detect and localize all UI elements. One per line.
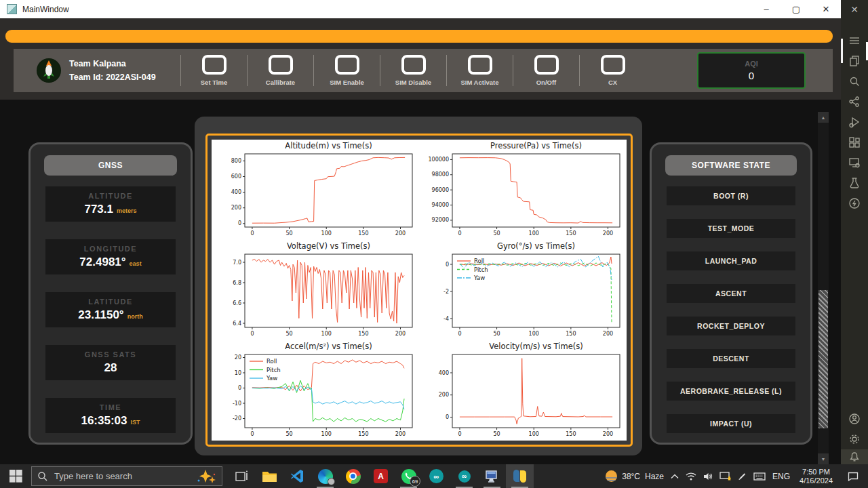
svg-text:100000: 100000	[428, 157, 449, 163]
right-sidebar: ✕	[841, 0, 868, 464]
settings-gear-icon[interactable]	[841, 429, 868, 449]
state-impact: IMPACT (U)	[667, 414, 795, 433]
checkbox-icon	[601, 55, 625, 75]
svg-text:98000: 98000	[432, 171, 449, 178]
svg-text:150: 150	[566, 331, 576, 337]
sim-enable-button[interactable]: SIM Enable	[314, 55, 380, 86]
svg-text:100: 100	[321, 230, 332, 237]
search-input[interactable]	[53, 470, 191, 482]
state-test-mode: TEST_MODE	[667, 219, 795, 238]
altitude-value: 773.1	[84, 203, 113, 216]
tray-date: 4/16/2024	[800, 476, 833, 485]
extensions-icon[interactable]	[841, 132, 868, 152]
menu-icon[interactable]	[841, 30, 868, 51]
voltage-chart: Voltage(V) vs Time(s)0501001502006.46.66…	[212, 240, 419, 340]
wifi-icon[interactable]	[686, 472, 696, 481]
svg-text:Altitude(m) vs Time(s): Altitude(m) vs Time(s)	[285, 141, 372, 150]
aqi-display: AQI 0	[697, 52, 806, 89]
run-debug-icon[interactable]	[841, 112, 868, 132]
pressure-chart: Pressure(Pa) vs Time(s)05010015020092000…	[419, 140, 627, 240]
display-warning-icon[interactable]	[719, 472, 731, 481]
edge-icon[interactable]	[311, 464, 339, 488]
latitude-value: 23.1150°	[78, 308, 123, 322]
svg-text:50: 50	[285, 431, 292, 437]
software-state-title: SOFTWARE STATE	[665, 155, 797, 176]
calibrate-button[interactable]: Callibrate	[248, 55, 313, 86]
file-explorer-icon[interactable]	[256, 464, 283, 488]
team-id: Team Id: 2022ASI-049	[69, 73, 156, 82]
copilot-sparkle-icon	[196, 469, 216, 484]
time-unit: IST	[131, 419, 140, 426]
svg-text:50: 50	[285, 230, 292, 237]
svg-text:92000: 92000	[432, 217, 449, 223]
device-monitor-icon[interactable]	[841, 152, 868, 173]
gnss-panel: GNSS ALTITUDE 773.1meters LONGITUDE 72.4…	[28, 142, 193, 445]
svg-text:7.0: 7.0	[233, 260, 241, 266]
window-title: MainWindow	[22, 5, 69, 14]
taskbar-search-box[interactable]	[31, 466, 222, 486]
longitude-value: 72.4981°	[79, 256, 125, 269]
notifications-bell-icon[interactable]	[841, 449, 868, 464]
svg-text:150: 150	[566, 431, 576, 437]
svg-text:0: 0	[250, 431, 254, 437]
share-graph-icon[interactable]	[841, 92, 868, 112]
sim-disable-button[interactable]: SIM Disable	[380, 55, 446, 86]
checkbox-icon	[269, 55, 293, 75]
pen-icon[interactable]	[738, 472, 747, 481]
start-button[interactable]	[0, 464, 31, 488]
action-center-icon[interactable]	[842, 472, 864, 481]
arduino-icon-2[interactable]: ∞	[450, 464, 478, 488]
scroll-down-button[interactable]: ▼	[818, 453, 829, 464]
python-app-icon[interactable]	[506, 464, 534, 488]
scrollbar-thumb[interactable]	[818, 290, 828, 428]
vertical-scrollbar[interactable]: ▲ ▼	[818, 112, 829, 464]
clock[interactable]: 7:50 PM 4/16/2024	[797, 468, 835, 485]
system-window-icon[interactable]	[478, 464, 506, 488]
search-icon[interactable]	[841, 71, 868, 92]
svg-text:200: 200	[231, 205, 241, 211]
svg-text:10: 10	[235, 370, 241, 376]
acrobat-icon[interactable]: A	[367, 464, 395, 488]
windows-taskbar: A 69 ∞ ∞ 38°C Haze E	[0, 464, 868, 488]
tray-chevron-up-icon[interactable]	[671, 474, 679, 479]
minimize-button[interactable]: –	[751, 0, 781, 18]
chrome-icon[interactable]	[339, 464, 367, 488]
vscode-icon[interactable]	[283, 464, 311, 488]
state-launch-pad: LAUNCH_PAD	[667, 251, 795, 270]
cx-button[interactable]: CX	[580, 55, 646, 86]
sidebar-close-icon[interactable]: ✕	[841, 0, 868, 18]
maximize-button[interactable]: ▢	[781, 0, 811, 18]
state-rocket-deploy: ROCKET_DEPLOY	[667, 317, 795, 336]
software-state-panel: SOFTWARE STATE BOOT (R) TEST_MODE LAUNCH…	[650, 142, 812, 445]
sim-activate-button[interactable]: SIM Activate	[447, 55, 513, 86]
checkbox-icon	[202, 55, 226, 75]
arduino-icon[interactable]: ∞	[422, 464, 450, 488]
system-tray: 38°C Haze ENG 7:50 PM 4/16/2024	[606, 464, 868, 488]
longitude-unit: east	[130, 260, 142, 267]
chart-frame: Altitude(m) vs Time(s)050100150200020040…	[205, 134, 633, 447]
checkbox-icon	[468, 55, 492, 75]
window-titlebar: MainWindow – ▢ ✕	[0, 0, 841, 18]
svg-text:Roll: Roll	[267, 358, 277, 365]
power-flash-icon[interactable]	[841, 193, 868, 214]
checkbox-icon	[534, 55, 559, 75]
account-icon[interactable]	[841, 409, 868, 429]
svg-text:150: 150	[358, 230, 368, 237]
task-view-button[interactable]	[228, 464, 256, 488]
flask-icon[interactable]	[841, 173, 868, 193]
weather-widget[interactable]: 38°C Haze	[606, 470, 664, 482]
touch-keyboard-icon[interactable]	[753, 472, 766, 481]
set-time-button[interactable]: Set Time	[181, 55, 247, 86]
svg-text:200: 200	[395, 331, 406, 337]
svg-text:200: 200	[395, 431, 406, 437]
whatsapp-icon[interactable]: 69	[395, 464, 422, 488]
on-off-button[interactable]: On/Off	[513, 55, 579, 86]
close-button[interactable]: ✕	[811, 0, 841, 18]
svg-text:Roll: Roll	[474, 258, 484, 264]
weather-temp: 38°C	[622, 472, 640, 481]
copy-icon[interactable]	[841, 51, 868, 71]
language-indicator[interactable]: ENG	[772, 472, 790, 481]
svg-text:0: 0	[458, 230, 461, 237]
volume-icon[interactable]	[703, 472, 713, 481]
scroll-up-button[interactable]: ▲	[818, 112, 829, 123]
